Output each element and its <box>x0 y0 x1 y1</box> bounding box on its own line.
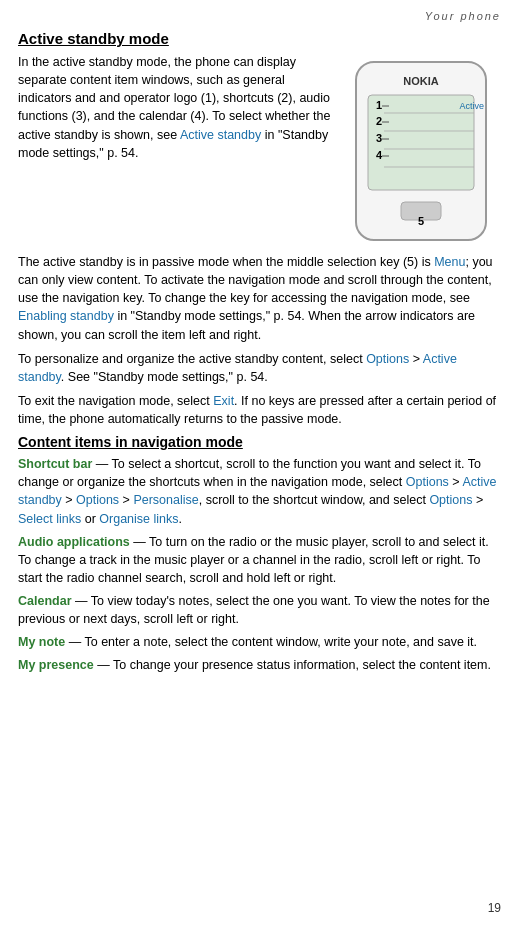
content-area: In the active standby mode, the phone ca… <box>18 53 501 247</box>
phone-diagram: NOKIA 1 2 3 4 <box>341 53 501 247</box>
my-note-label: My note <box>18 635 65 649</box>
page-number: 19 <box>488 901 501 915</box>
options-link2[interactable]: Options <box>406 475 449 489</box>
svg-text:Active: Active <box>459 101 484 111</box>
personalise-link[interactable]: Personalise <box>133 493 198 507</box>
header-text: Your phone <box>425 10 501 22</box>
item-audio-applications: Audio applications — To turn on the radi… <box>18 533 501 587</box>
options-link4[interactable]: Options <box>429 493 472 507</box>
exit-link[interactable]: Exit <box>213 394 234 408</box>
phone-svg: NOKIA 1 2 3 4 <box>346 57 496 247</box>
page-header: Your phone <box>18 10 501 22</box>
item-my-presence: My presence — To change your presence st… <box>18 656 501 674</box>
para4: To exit the navigation mode, select Exit… <box>18 392 501 428</box>
svg-text:1: 1 <box>376 99 382 111</box>
svg-rect-1 <box>368 95 474 190</box>
svg-text:2: 2 <box>376 115 382 127</box>
para3: To personalize and organize the active s… <box>18 350 501 386</box>
nokia-label: NOKIA <box>403 75 439 87</box>
svg-text:3: 3 <box>376 132 382 144</box>
menu-link[interactable]: Menu <box>434 255 465 269</box>
para2: The active standby is in passive mode wh… <box>18 253 501 344</box>
shortcut-bar-label: Shortcut bar <box>18 457 92 471</box>
text-column: In the active standby mode, the phone ca… <box>18 53 341 247</box>
my-presence-label: My presence <box>18 658 94 672</box>
audio-applications-label: Audio applications <box>18 535 130 549</box>
section2-title: Content items in navigation mode <box>18 434 501 450</box>
item-shortcut-bar: Shortcut bar — To select a shortcut, scr… <box>18 455 501 528</box>
svg-text:5: 5 <box>418 215 424 227</box>
item-my-note: My note — To enter a note, select the co… <box>18 633 501 651</box>
organise-links-link[interactable]: Organise links <box>99 512 178 526</box>
para1: In the active standby mode, the phone ca… <box>18 53 333 162</box>
svg-text:4: 4 <box>376 149 383 161</box>
calendar-label: Calendar <box>18 594 72 608</box>
active-standby-link1[interactable]: Active standby <box>180 128 261 142</box>
page-container: Your phone Active standby mode In the ac… <box>0 0 519 925</box>
enabling-standby-link[interactable]: Enabling standby <box>18 309 114 323</box>
options-link3[interactable]: Options <box>76 493 119 507</box>
select-links-link[interactable]: Select links <box>18 512 81 526</box>
section1-title: Active standby mode <box>18 30 501 47</box>
options-link1[interactable]: Options <box>366 352 409 366</box>
item-calendar: Calendar — To view today's notes, select… <box>18 592 501 628</box>
